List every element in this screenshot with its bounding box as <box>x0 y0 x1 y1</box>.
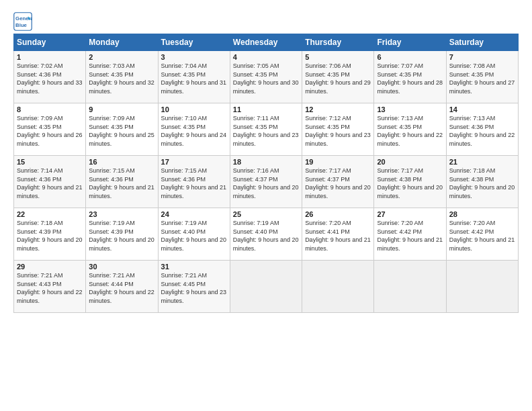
day-info: Sunrise: 7:11 AMSunset: 4:35 PMDaylight:… <box>233 115 299 147</box>
day-info: Sunrise: 7:09 AMSunset: 4:35 PMDaylight:… <box>89 115 154 147</box>
calendar-cell <box>230 261 302 313</box>
calendar-cell: 15 Sunrise: 7:14 AMSunset: 4:36 PMDaylig… <box>14 156 86 208</box>
day-number: 16 <box>89 158 154 166</box>
calendar-page: General Blue SundayMondayTuesdayWednesda… <box>0 0 532 320</box>
day-number: 21 <box>449 158 515 166</box>
calendar-cell: 21 Sunrise: 7:18 AMSunset: 4:38 PMDaylig… <box>446 156 518 208</box>
calendar-cell: 24 Sunrise: 7:19 AMSunset: 4:40 PMDaylig… <box>158 208 230 261</box>
calendar-cell: 20 Sunrise: 7:17 AMSunset: 4:38 PMDaylig… <box>374 156 446 208</box>
calendar-cell: 4 Sunrise: 7:05 AMSunset: 4:35 PMDayligh… <box>230 51 302 103</box>
day-info: Sunrise: 7:03 AMSunset: 4:35 PMDaylight:… <box>89 62 154 95</box>
day-number: 8 <box>17 105 83 113</box>
day-number: 23 <box>89 210 154 218</box>
day-number: 11 <box>233 105 299 113</box>
day-number: 29 <box>17 263 83 271</box>
day-info: Sunrise: 7:21 AMSunset: 4:45 PMDaylight:… <box>161 272 227 304</box>
calendar-cell: 1 Sunrise: 7:02 AMSunset: 4:36 PMDayligh… <box>14 51 86 103</box>
calendar-cell: 25 Sunrise: 7:19 AMSunset: 4:40 PMDaylig… <box>230 208 302 261</box>
calendar-cell: 13 Sunrise: 7:13 AMSunset: 4:35 PMDaylig… <box>374 103 446 156</box>
calendar-cell: 28 Sunrise: 7:20 AMSunset: 4:42 PMDaylig… <box>446 208 518 261</box>
logo-icon: General Blue <box>13 12 32 31</box>
day-info: Sunrise: 7:19 AMSunset: 4:40 PMDaylight:… <box>161 220 227 252</box>
day-info: Sunrise: 7:06 AMSunset: 4:35 PMDaylight:… <box>305 62 371 95</box>
day-number: 5 <box>305 53 371 61</box>
day-number: 10 <box>161 105 227 113</box>
calendar-cell: 11 Sunrise: 7:11 AMSunset: 4:35 PMDaylig… <box>230 103 302 156</box>
day-number: 30 <box>89 263 154 271</box>
day-info: Sunrise: 7:02 AMSunset: 4:36 PMDaylight:… <box>17 62 83 95</box>
day-info: Sunrise: 7:19 AMSunset: 4:39 PMDaylight:… <box>89 220 154 252</box>
col-header-sunday: Sunday <box>14 34 86 51</box>
day-info: Sunrise: 7:15 AMSunset: 4:36 PMDaylight:… <box>161 167 227 199</box>
day-info: Sunrise: 7:04 AMSunset: 4:35 PMDaylight:… <box>161 62 227 95</box>
calendar-cell: 29 Sunrise: 7:21 AMSunset: 4:43 PMDaylig… <box>14 261 86 313</box>
calendar-cell: 8 Sunrise: 7:09 AMSunset: 4:35 PMDayligh… <box>14 103 86 156</box>
col-header-monday: Monday <box>86 34 158 51</box>
col-header-wednesday: Wednesday <box>230 34 302 51</box>
day-number: 3 <box>161 53 227 61</box>
calendar-cell: 2 Sunrise: 7:03 AMSunset: 4:35 PMDayligh… <box>86 51 158 103</box>
calendar-cell: 31 Sunrise: 7:21 AMSunset: 4:45 PMDaylig… <box>158 261 230 313</box>
calendar-cell: 6 Sunrise: 7:07 AMSunset: 4:35 PMDayligh… <box>374 51 446 103</box>
col-header-thursday: Thursday <box>302 34 374 51</box>
day-info: Sunrise: 7:20 AMSunset: 4:42 PMDaylight:… <box>449 220 515 252</box>
calendar-week-3: 22 Sunrise: 7:18 AMSunset: 4:39 PMDaylig… <box>14 208 519 261</box>
svg-text:Blue: Blue <box>15 22 28 28</box>
day-number: 7 <box>449 53 515 61</box>
calendar-table: SundayMondayTuesdayWednesdayThursdayFrid… <box>13 34 519 313</box>
day-info: Sunrise: 7:10 AMSunset: 4:35 PMDaylight:… <box>161 115 227 147</box>
day-number: 1 <box>17 53 83 61</box>
day-info: Sunrise: 7:19 AMSunset: 4:40 PMDaylight:… <box>233 220 299 252</box>
calendar-cell: 27 Sunrise: 7:20 AMSunset: 4:42 PMDaylig… <box>374 208 446 261</box>
day-info: Sunrise: 7:18 AMSunset: 4:39 PMDaylight:… <box>17 220 83 252</box>
calendar-week-4: 29 Sunrise: 7:21 AMSunset: 4:43 PMDaylig… <box>14 261 519 313</box>
calendar-cell: 9 Sunrise: 7:09 AMSunset: 4:35 PMDayligh… <box>86 103 158 156</box>
day-info: Sunrise: 7:12 AMSunset: 4:35 PMDaylight:… <box>305 115 371 147</box>
day-info: Sunrise: 7:15 AMSunset: 4:36 PMDaylight:… <box>89 167 154 199</box>
calendar-week-0: 1 Sunrise: 7:02 AMSunset: 4:36 PMDayligh… <box>14 51 519 103</box>
calendar-cell: 12 Sunrise: 7:12 AMSunset: 4:35 PMDaylig… <box>302 103 374 156</box>
day-number: 19 <box>305 158 371 166</box>
day-info: Sunrise: 7:20 AMSunset: 4:42 PMDaylight:… <box>377 220 443 252</box>
calendar-cell: 17 Sunrise: 7:15 AMSunset: 4:36 PMDaylig… <box>158 156 230 208</box>
day-info: Sunrise: 7:16 AMSunset: 4:37 PMDaylight:… <box>233 167 299 199</box>
calendar-cell: 10 Sunrise: 7:10 AMSunset: 4:35 PMDaylig… <box>158 103 230 156</box>
calendar-header-row: SundayMondayTuesdayWednesdayThursdayFrid… <box>14 34 519 51</box>
day-number: 26 <box>305 210 371 218</box>
day-info: Sunrise: 7:17 AMSunset: 4:38 PMDaylight:… <box>377 167 443 199</box>
day-number: 13 <box>377 105 443 113</box>
day-number: 9 <box>89 105 154 113</box>
day-info: Sunrise: 7:05 AMSunset: 4:35 PMDaylight:… <box>233 62 299 95</box>
day-number: 6 <box>377 53 443 61</box>
day-number: 27 <box>377 210 443 218</box>
day-number: 15 <box>17 158 83 166</box>
day-info: Sunrise: 7:18 AMSunset: 4:38 PMDaylight:… <box>449 167 515 199</box>
header: General Blue <box>13 12 519 31</box>
day-info: Sunrise: 7:07 AMSunset: 4:35 PMDaylight:… <box>377 62 443 95</box>
calendar-cell <box>302 261 374 313</box>
calendar-cell: 16 Sunrise: 7:15 AMSunset: 4:36 PMDaylig… <box>86 156 158 208</box>
logo: General Blue <box>13 12 35 31</box>
calendar-week-1: 8 Sunrise: 7:09 AMSunset: 4:35 PMDayligh… <box>14 103 519 156</box>
day-number: 28 <box>449 210 515 218</box>
calendar-cell: 18 Sunrise: 7:16 AMSunset: 4:37 PMDaylig… <box>230 156 302 208</box>
calendar-cell <box>374 261 446 313</box>
day-number: 24 <box>161 210 227 218</box>
calendar-cell: 5 Sunrise: 7:06 AMSunset: 4:35 PMDayligh… <box>302 51 374 103</box>
calendar-cell: 23 Sunrise: 7:19 AMSunset: 4:39 PMDaylig… <box>86 208 158 261</box>
col-header-tuesday: Tuesday <box>158 34 230 51</box>
day-info: Sunrise: 7:20 AMSunset: 4:41 PMDaylight:… <box>305 220 371 252</box>
calendar-cell: 26 Sunrise: 7:20 AMSunset: 4:41 PMDaylig… <box>302 208 374 261</box>
day-info: Sunrise: 7:13 AMSunset: 4:35 PMDaylight:… <box>377 115 443 147</box>
calendar-cell: 30 Sunrise: 7:21 AMSunset: 4:44 PMDaylig… <box>86 261 158 313</box>
day-info: Sunrise: 7:21 AMSunset: 4:44 PMDaylight:… <box>89 272 154 304</box>
day-number: 4 <box>233 53 299 61</box>
day-number: 25 <box>233 210 299 218</box>
day-number: 12 <box>305 105 371 113</box>
day-info: Sunrise: 7:09 AMSunset: 4:35 PMDaylight:… <box>17 115 83 147</box>
calendar-body: 1 Sunrise: 7:02 AMSunset: 4:36 PMDayligh… <box>14 51 519 313</box>
day-info: Sunrise: 7:21 AMSunset: 4:43 PMDaylight:… <box>17 272 83 304</box>
day-number: 14 <box>449 105 515 113</box>
calendar-cell: 7 Sunrise: 7:08 AMSunset: 4:35 PMDayligh… <box>446 51 518 103</box>
calendar-cell: 19 Sunrise: 7:17 AMSunset: 4:37 PMDaylig… <box>302 156 374 208</box>
